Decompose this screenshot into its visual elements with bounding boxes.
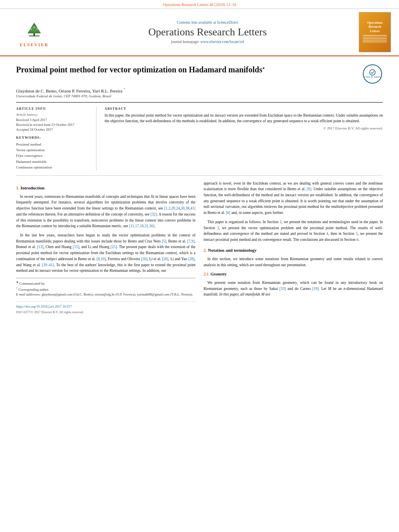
right-para2: This paper is organized as follows. In S… xyxy=(204,219,383,243)
section2-1-title: Geometry xyxy=(211,272,227,276)
check-updates-badge: Check for updates xyxy=(363,64,383,84)
bottom-bar: https://doi.org/10.1016/j.orl.2017.10.01… xyxy=(16,301,195,315)
keyword-4: Hadamard manifolds xyxy=(16,159,90,164)
contents-line: Contents lists available at ScienceDirec… xyxy=(60,21,355,25)
received-date: Received 3 April 2017 xyxy=(16,118,90,122)
svg-point-5 xyxy=(30,29,32,30)
homepage-text: journal homepage: xyxy=(171,40,200,44)
revised-date: Received in revised form 23 October 2017 xyxy=(16,123,90,127)
paper-title: Proximal point method for vector optimiz… xyxy=(16,64,359,75)
title-star: ★ xyxy=(262,67,265,70)
footnote-area: ★ Communicated by. * Corresponding autho… xyxy=(16,278,195,297)
section2-number: 2. xyxy=(204,248,207,253)
intro-title: Introduction xyxy=(21,185,45,190)
elsevier-logo-box: ELSEVIER xyxy=(8,17,60,47)
email-label: E-mail addresses: xyxy=(16,292,41,296)
cover-line1: Operations Research Letters xyxy=(367,21,383,33)
journal-link[interactable]: Operations Research Letters 46 (2018) 13… xyxy=(163,2,236,7)
left-body-col: 1. Introduction In recent years, extensi… xyxy=(16,181,195,315)
article-info: ARTICLE INFO Article history: Received 3… xyxy=(16,107,97,170)
section2-1-heading: 2.1. Geometry xyxy=(204,271,383,277)
section2-1-para: We present some notation from Riemannian… xyxy=(204,280,383,298)
svg-point-7 xyxy=(33,27,35,28)
issn-line: 0167-6377/© 2017 Elsevier B.V. All right… xyxy=(16,310,195,315)
logo-area: ELSEVIER xyxy=(8,17,60,47)
section2-para: In this section, we introduce some notat… xyxy=(204,256,383,268)
journal-center: Contents lists available at ScienceDirec… xyxy=(60,21,355,44)
section2-heading: 2. Notation and terminology xyxy=(204,247,383,254)
journal-title: Operations Research Letters xyxy=(60,26,355,38)
right-para1: approach is novel, even in the Euclidean… xyxy=(204,181,383,216)
footnote-star: ★ Communicated by. xyxy=(16,280,195,286)
abstract-section: ABSTRACT In this paper, the proximal poi… xyxy=(105,107,383,170)
abstract-text: In this paper, the proximal point method… xyxy=(105,113,383,124)
paper-title-section: Proximal point method for vector optimiz… xyxy=(16,64,383,84)
keyword-1: Proximal method xyxy=(16,142,90,147)
journal-cover: Operations Research Letters xyxy=(355,12,391,52)
keyword-2: Vector optimization xyxy=(16,147,90,153)
accepted-date: Accepted 24 October 2017 xyxy=(16,127,90,131)
journal-header: ELSEVIER Contents lists available at Sci… xyxy=(0,9,399,56)
article-info-label: ARTICLE INFO xyxy=(16,107,90,111)
right-body-col: approach is novel, even in the Euclidean… xyxy=(204,181,383,315)
author-star-mark: * xyxy=(123,88,125,91)
keywords-section: Keywords: Proximal method Vector optimiz… xyxy=(16,136,90,170)
elsevier-logo xyxy=(12,17,56,41)
footnote-asterisk: * Corresponding author. xyxy=(16,286,195,292)
copyright-line: © 2017 Elsevier B.V. All rights reserved… xyxy=(105,126,383,130)
intro-number: 1. xyxy=(16,185,19,190)
intro-heading: 1. Introduction xyxy=(16,185,195,191)
abstract-label: ABSTRACT xyxy=(105,107,383,111)
affiliation: Universidade Federal de Goiás, CEP 74001… xyxy=(16,94,383,98)
doi-line: https://doi.org/10.1016/j.orl.2017.10.01… xyxy=(16,304,195,309)
section-divider xyxy=(16,175,383,176)
main-content: Proximal point method for vector optimiz… xyxy=(0,56,399,323)
check-badge-circle: Check for updates xyxy=(363,64,382,84)
svg-point-6 xyxy=(37,28,38,30)
cover-decorative-lines xyxy=(363,35,387,43)
footnote-emails: E-mail addresses: glaydston@gmail.com (G… xyxy=(16,292,195,297)
info-section: ARTICLE INFO Article history: Received 3… xyxy=(16,102,383,170)
authors-line: Glaydston de C. Bento, Orizon P. Ferreir… xyxy=(16,88,383,93)
body-two-col: 1. Introduction In recent years, extensi… xyxy=(16,181,383,315)
paper-title-text: Proximal point method for vector optimiz… xyxy=(16,64,359,76)
check-badge-icon xyxy=(368,69,376,76)
journal-homepage: journal homepage: www.elsevier.com/locat… xyxy=(60,40,355,44)
sciencedirect-link[interactable]: ScienceDirect xyxy=(217,21,238,25)
elsevier-tree-icon xyxy=(22,21,46,37)
svg-rect-1 xyxy=(29,35,40,36)
homepage-link[interactable]: www.elsevier.com/locate/orl xyxy=(200,40,244,44)
history-label: Article history: xyxy=(16,113,90,117)
email-values: glaydston@gmail.com (Gd.C. Bento), orizo… xyxy=(41,292,193,296)
contents-text: Contents lists available at xyxy=(177,21,216,25)
intro-para2: In the last few years, researchers have … xyxy=(16,232,195,274)
keyword-3: Féjer convergence xyxy=(16,153,90,158)
section2-1-number: 2.1. xyxy=(204,272,210,276)
elsevier-label: ELSEVIER xyxy=(20,42,49,47)
keywords-label: Keywords: xyxy=(16,136,90,140)
cover-thumbnail: Operations Research Letters xyxy=(359,12,391,52)
top-bar: Operations Research Letters 46 (2018) 13… xyxy=(0,0,399,9)
intro-para1: In recent years, extensions to Riemannia… xyxy=(16,194,195,229)
section2-title: Notation and terminology xyxy=(208,248,257,253)
keyword-5: Continuous optimization xyxy=(16,164,90,170)
svg-point-8 xyxy=(370,70,375,75)
